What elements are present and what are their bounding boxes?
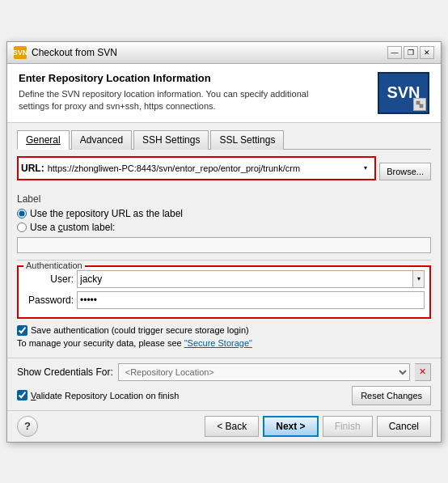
close-button[interactable]: ✕ xyxy=(420,46,434,59)
content-area: General Advanced SSH Settings SSL Settin… xyxy=(7,123,441,358)
credentials-row: Show Credentials For: <Repository Locati… xyxy=(17,363,431,381)
radio-url-label: Use the repository URL as the label xyxy=(30,208,183,219)
dialog: SVN Checkout from SVN — ❐ ✕ Enter Reposi… xyxy=(6,41,442,443)
radio-custom-input[interactable] xyxy=(17,222,27,232)
password-input-wrap xyxy=(77,291,425,309)
validate-checkbox[interactable] xyxy=(17,390,27,400)
radio-url-input[interactable] xyxy=(17,209,27,218)
credentials-clear-button[interactable]: ✕ xyxy=(415,363,431,381)
nav-buttons: ? < Back Next > Finish Cancel xyxy=(7,410,441,442)
save-auth-checkbox[interactable] xyxy=(17,325,27,336)
secure-storage-link[interactable]: "Secure Storage" xyxy=(184,338,252,348)
title-bar: SVN Checkout from SVN — ❐ ✕ xyxy=(7,42,441,64)
save-auth-label: Save authentication (could trigger secur… xyxy=(31,325,249,335)
tab-advanced[interactable]: Advanced xyxy=(71,130,132,150)
credentials-dropdown[interactable]: <Repository Location> xyxy=(119,364,409,380)
show-credentials-label: Show Credentials For: xyxy=(17,366,113,378)
bottom-bar: Show Credentials For: <Repository Locati… xyxy=(7,358,441,410)
header-section: Enter Repository Location Information De… xyxy=(7,64,441,123)
svn-logo: SVN xyxy=(378,72,429,114)
header-text: Enter Repository Location Information De… xyxy=(19,72,318,113)
title-bar-left: SVN Checkout from SVN xyxy=(14,46,117,59)
auth-title: Authentication xyxy=(23,261,85,270)
user-input-wrap: ▾ xyxy=(77,270,425,288)
url-input[interactable] xyxy=(48,161,359,176)
maximize-button[interactable]: ❐ xyxy=(404,46,418,59)
svn-logo-sub-icon xyxy=(413,98,426,111)
credentials-dropdown-wrap: <Repository Location> xyxy=(118,363,410,381)
custom-label-input[interactable] xyxy=(17,237,431,253)
help-button[interactable]: ? xyxy=(17,416,38,437)
next-button[interactable]: Next > xyxy=(263,416,318,437)
title-controls: — ❐ ✕ xyxy=(387,46,434,59)
url-dropdown-arrow[interactable]: ▾ xyxy=(359,160,372,176)
validate-left: Validate Repository Location on finish xyxy=(17,390,179,400)
radio-custom-label: Use a custom label: xyxy=(17,222,431,233)
user-input[interactable] xyxy=(78,271,412,287)
validate-label: Validate Repository Location on finish xyxy=(31,391,179,400)
save-auth-row: Save authentication (could trigger secur… xyxy=(17,325,431,336)
tab-bar: General Advanced SSH Settings SSL Settin… xyxy=(17,129,431,150)
auth-section: Authentication User: ▾ Password: xyxy=(17,265,431,319)
back-button[interactable]: < Back xyxy=(205,416,259,437)
radio-use-url: Use the repository URL as the label xyxy=(17,208,431,219)
header-description: Define the SVN repository location infor… xyxy=(19,88,318,113)
user-label: User: xyxy=(23,273,74,285)
dialog-title: Checkout from SVN xyxy=(32,47,117,58)
radio-custom-label-text: Use a custom label: xyxy=(30,222,115,233)
tab-ssh-settings[interactable]: SSH Settings xyxy=(133,130,209,150)
reset-button[interactable]: Reset Changes xyxy=(352,386,431,405)
password-input[interactable] xyxy=(78,292,424,308)
validate-row: Validate Repository Location on finish R… xyxy=(17,386,431,405)
password-row: Password: xyxy=(23,291,425,309)
secure-storage-row: To manage your security data, please see… xyxy=(17,338,431,348)
user-dropdown-arrow[interactable]: ▾ xyxy=(412,271,424,287)
svg-rect-1 xyxy=(420,104,423,108)
finish-button[interactable]: Finish xyxy=(323,416,373,437)
tab-general[interactable]: General xyxy=(17,130,70,150)
browse-button[interactable]: Browse... xyxy=(379,163,431,180)
user-row: User: ▾ xyxy=(23,270,425,288)
tab-ssl-settings[interactable]: SSL Settings xyxy=(210,130,284,150)
svg-rect-0 xyxy=(416,101,420,104)
url-label: URL: xyxy=(21,163,44,174)
cancel-button[interactable]: Cancel xyxy=(377,416,431,437)
minimize-button[interactable]: — xyxy=(387,46,402,59)
svn-title-icon: SVN xyxy=(14,46,27,59)
header-title: Enter Repository Location Information xyxy=(19,72,318,84)
label-section-title: Label xyxy=(17,193,431,205)
label-section: Label Use the repository URL as the labe… xyxy=(17,193,431,253)
password-label: Password: xyxy=(23,294,74,306)
